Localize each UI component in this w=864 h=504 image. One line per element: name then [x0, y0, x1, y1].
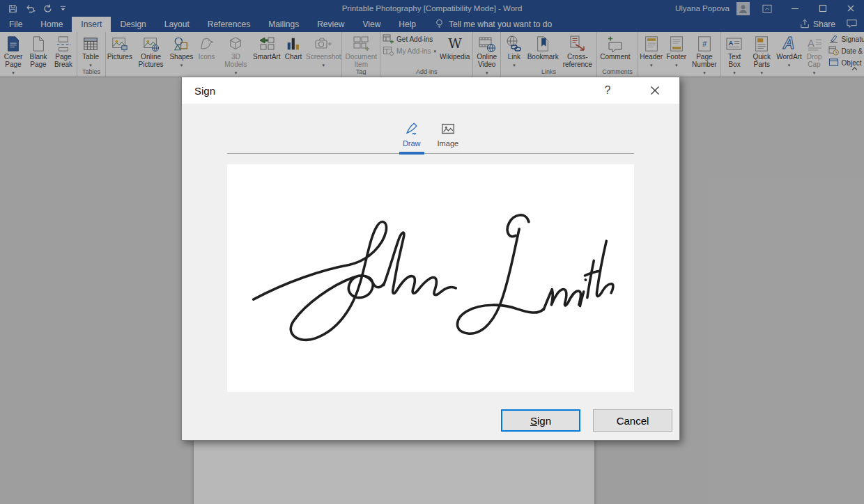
dialog-help-button[interactable]: ?: [597, 84, 618, 97]
dialog-actions: Sign Cancel: [501, 409, 672, 432]
signature-drawing: [244, 195, 620, 359]
cancel-button[interactable]: Cancel: [593, 409, 672, 432]
cancel-button-label: Cancel: [617, 415, 649, 427]
dialog-close-button[interactable]: [643, 85, 667, 96]
tab-draw[interactable]: Draw: [398, 121, 426, 153]
draw-icon: [403, 121, 419, 136]
dialog-title: Sign: [194, 85, 215, 97]
sign-button-label: Sign: [530, 415, 551, 427]
dialog-tab-strip: Draw Image: [227, 121, 634, 154]
tab-draw-label: Draw: [403, 139, 421, 148]
tab-image-label: Image: [438, 139, 459, 148]
signature-canvas[interactable]: [227, 164, 634, 392]
sign-dialog: Sign ? Draw Image Sign Cancel: [181, 77, 680, 441]
tab-image[interactable]: Image: [433, 121, 464, 153]
dialog-titlebar: Sign ?: [182, 77, 679, 104]
sign-button[interactable]: Sign: [501, 409, 580, 432]
image-icon: [440, 121, 456, 136]
